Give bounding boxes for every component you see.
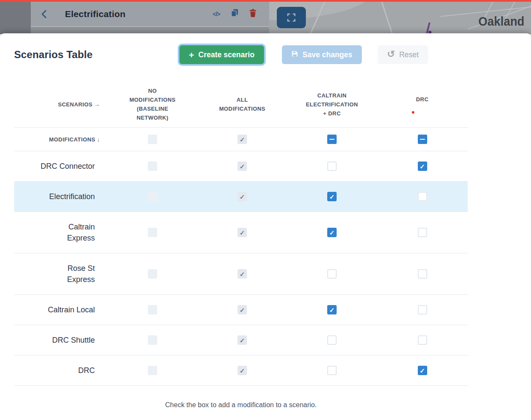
code-icon[interactable]: </> bbox=[213, 11, 220, 18]
dimmed-map-background: Oakland Electrification </> bbox=[0, 0, 531, 34]
scenario-checkbox-unchecked[interactable] bbox=[327, 366, 337, 375]
modification-name: DRC bbox=[78, 366, 95, 375]
scenario-checkbox-disabled-unchecked bbox=[148, 335, 157, 345]
checkbox-cell bbox=[108, 305, 197, 314]
scenario-checkbox-disabled-unchecked bbox=[148, 228, 157, 237]
page-title: Scenarios Table bbox=[14, 49, 93, 61]
fullscreen-button[interactable] bbox=[277, 7, 306, 28]
map-city-label: Oakland bbox=[478, 15, 524, 29]
check-icon: ✓ bbox=[240, 193, 245, 200]
scenario-column-header: CALTRAIN ELECTRIFICATION + DRC bbox=[287, 91, 377, 118]
check-icon: ✓ bbox=[240, 229, 245, 235]
create-scenario-button[interactable]: + Create scenario bbox=[179, 45, 264, 64]
checkbox-cell: ✓ bbox=[287, 228, 377, 237]
checkbox-cell bbox=[108, 335, 197, 345]
check-icon: ✓ bbox=[240, 163, 245, 169]
trash-icon[interactable] bbox=[249, 9, 256, 19]
scenario-column-label: ALL MODIFICATIONS bbox=[219, 95, 265, 113]
back-button[interactable] bbox=[41, 9, 47, 19]
check-icon: ✓ bbox=[420, 163, 425, 169]
modification-name-cell: Rose St Express bbox=[14, 263, 108, 285]
scenario-checkbox-disabled-unchecked bbox=[148, 135, 157, 144]
modification-name-cell: DRC Shuttle bbox=[14, 335, 108, 346]
scenario-checkbox-disabled-checked: ✓ bbox=[238, 335, 247, 345]
scenario-column-label: DRC bbox=[416, 95, 428, 104]
checkbox-cell bbox=[287, 135, 377, 144]
scenario-checkbox-disabled-unchecked bbox=[148, 192, 157, 201]
reset-button[interactable]: ↺ Reset bbox=[378, 45, 428, 64]
scenarios-table-modal: Scenarios Table + Create scenario Save c… bbox=[0, 33, 531, 420]
modification-titlebar: Electrification </> bbox=[31, 2, 269, 27]
checkbox-cell bbox=[377, 135, 468, 144]
indeterminate-dash-icon bbox=[329, 139, 334, 140]
modal-header: Scenarios Table + Create scenario Save c… bbox=[0, 44, 531, 65]
checkbox-cell bbox=[108, 135, 197, 144]
modification-name-cell: Electrification bbox=[14, 191, 108, 202]
scenario-checkbox-disabled-checked: ✓ bbox=[238, 366, 247, 375]
modification-name: DRC Shuttle bbox=[52, 336, 95, 344]
checkbox-cell: ✓ bbox=[287, 192, 377, 201]
modification-name: DRC Connector bbox=[41, 162, 95, 170]
scenario-checkbox-indeterminate[interactable] bbox=[327, 135, 337, 144]
modification-row: Rose St Express✓ bbox=[14, 253, 468, 295]
scenario-checkbox-disabled-checked: ✓ bbox=[238, 228, 247, 237]
save-icon bbox=[291, 50, 298, 59]
modifications-section-label: MODIFICATIONS ↓ bbox=[14, 136, 108, 143]
checkbox-cell: ✓ bbox=[287, 305, 377, 314]
checkbox-cell bbox=[108, 162, 197, 171]
scenario-column-header: ALL MODIFICATIONS bbox=[197, 95, 287, 113]
scenario-checkbox-disabled-unchecked bbox=[148, 269, 157, 279]
checkbox-cell bbox=[377, 228, 468, 237]
modification-row: Caltrain Local✓✓ bbox=[14, 295, 468, 325]
scenario-column-header: DRC bbox=[377, 95, 468, 114]
checkbox-cell: ✓ bbox=[197, 335, 287, 345]
checkbox-cell: ✓ bbox=[197, 135, 287, 144]
checkbox-cell bbox=[287, 162, 377, 171]
copy-icon[interactable] bbox=[231, 9, 238, 19]
scenario-checkbox-checked[interactable]: ✓ bbox=[418, 162, 427, 171]
scenario-checkbox-checked[interactable]: ✓ bbox=[327, 305, 337, 314]
modification-title: Electrification bbox=[65, 9, 126, 19]
scenario-checkbox-unchecked[interactable] bbox=[418, 305, 427, 314]
scenarios-table: SCENARIOS → NO MODIFICATIONS (BASELINE N… bbox=[14, 81, 468, 386]
check-icon: ✓ bbox=[240, 136, 245, 142]
scenario-checkbox-unchecked[interactable] bbox=[418, 269, 427, 279]
modification-row: DRC Connector✓✓ bbox=[14, 151, 468, 182]
scenario-checkbox-unchecked[interactable] bbox=[418, 335, 427, 345]
checkbox-cell: ✓ bbox=[197, 366, 287, 375]
checkbox-cell bbox=[377, 269, 468, 279]
scenario-checkbox-checked[interactable]: ✓ bbox=[327, 228, 337, 237]
check-icon: ✓ bbox=[240, 270, 245, 277]
modification-name: Rose St Express bbox=[67, 264, 95, 284]
check-icon: ✓ bbox=[240, 306, 245, 313]
modification-row: Electrification✓✓ bbox=[14, 182, 468, 212]
scenario-checkbox-unchecked[interactable] bbox=[327, 335, 337, 345]
checkbox-cell bbox=[287, 366, 377, 375]
unsaved-changes-dot bbox=[412, 111, 414, 114]
scenario-checkbox-unchecked[interactable] bbox=[327, 269, 337, 279]
checkbox-cell: ✓ bbox=[197, 192, 287, 201]
checkbox-cell bbox=[108, 228, 197, 237]
modification-row: Caltrain Express✓✓ bbox=[14, 212, 468, 253]
check-icon: ✓ bbox=[240, 337, 245, 343]
map-terrain-shape bbox=[255, 0, 369, 25]
scenario-checkbox-checked[interactable]: ✓ bbox=[327, 192, 337, 201]
checkbox-cell bbox=[287, 269, 377, 279]
scenario-checkbox-indeterminate[interactable] bbox=[418, 135, 427, 144]
save-changes-button[interactable]: Save changes bbox=[282, 45, 362, 64]
scenario-checkbox-disabled-unchecked bbox=[148, 366, 157, 375]
scenario-checkbox-unchecked[interactable] bbox=[418, 228, 427, 237]
scenario-column-header: NO MODIFICATIONS (BASELINE NETWORK) bbox=[108, 86, 197, 122]
checkbox-cell: ✓ bbox=[377, 162, 468, 171]
create-scenario-label: Create scenario bbox=[198, 50, 254, 59]
scenario-checkbox-checked[interactable]: ✓ bbox=[418, 366, 427, 375]
scenario-checkbox-unchecked[interactable] bbox=[327, 162, 337, 171]
reset-icon: ↺ bbox=[387, 50, 395, 59]
scenario-checkbox-disabled-checked: ✓ bbox=[238, 135, 247, 144]
checkbox-cell bbox=[108, 269, 197, 279]
modification-name-cell: DRC Connector bbox=[14, 161, 108, 172]
app-window: Oakland Electrification </> bbox=[0, 0, 531, 420]
modification-name-cell: Caltrain Local bbox=[14, 304, 108, 315]
checkbox-cell bbox=[377, 305, 468, 314]
scenario-checkbox-unchecked[interactable] bbox=[418, 192, 427, 201]
